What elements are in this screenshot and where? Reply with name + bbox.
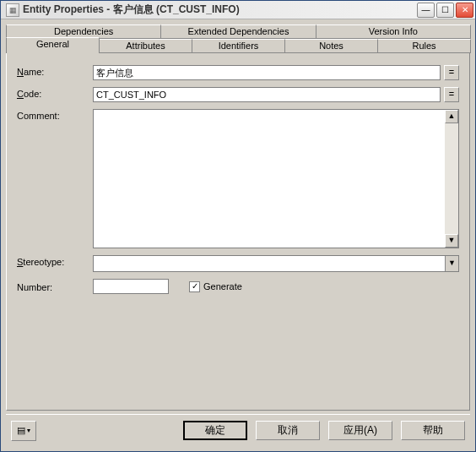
window-title: Entity Properties - 客户信息 (CT_CUST_INFO) <box>23 3 415 17</box>
close-button[interactable]: ✕ <box>456 3 473 18</box>
code-options-button[interactable]: = <box>444 87 459 102</box>
tab-extended-dependencies[interactable]: Extended Dependencies <box>160 25 316 39</box>
apply-button[interactable]: 应用(A) <box>328 421 392 440</box>
stereotype-combo[interactable]: ▼ <box>93 255 459 272</box>
name-options-button[interactable]: = <box>444 65 459 80</box>
scroll-up-icon[interactable]: ▲ <box>445 110 458 123</box>
name-label: Name: <box>17 65 93 77</box>
tab-identifiers[interactable]: Identifiers <box>192 39 285 53</box>
titlebar[interactable]: ▦ Entity Properties - 客户信息 (CT_CUST_INFO… <box>1 1 475 19</box>
chevron-down-icon: ▾ <box>27 427 30 434</box>
generate-checkbox[interactable]: ✓ <box>189 281 200 292</box>
ok-button[interactable]: 确定 <box>183 421 247 440</box>
row-number: Number: ✓ Generate <box>17 279 459 294</box>
stereotype-field[interactable] <box>94 256 445 271</box>
row-stereotype: Stereotype: ▼ <box>17 255 459 272</box>
scroll-down-icon[interactable]: ▼ <box>445 234 458 248</box>
tab-version-info[interactable]: Version Info <box>316 25 471 39</box>
general-panel: Name: = Code: = Comment: ▲ ▼ <box>6 53 470 411</box>
client-area: Dependencies Extended Dependencies Versi… <box>1 19 475 451</box>
maximize-button[interactable]: ☐ <box>436 3 454 18</box>
menu-button[interactable]: ▤ ▾ <box>11 421 36 441</box>
tab-row-front: General Attributes Identifiers Notes Rul… <box>6 39 470 53</box>
comment-field[interactable] <box>94 110 445 248</box>
generate-checkbox-wrap[interactable]: ✓ Generate <box>189 281 242 292</box>
dialog-button-bar: ▤ ▾ 确定 取消 应用(A) 帮助 <box>6 414 470 446</box>
help-button[interactable]: 帮助 <box>401 421 465 440</box>
comment-label: Comment: <box>17 109 93 121</box>
comment-scrollbar[interactable]: ▲ ▼ <box>445 110 458 248</box>
minimize-button[interactable]: — <box>417 3 435 18</box>
tab-notes[interactable]: Notes <box>284 39 378 53</box>
tab-rules[interactable]: Rules <box>377 39 471 53</box>
generate-label: Generate <box>203 281 242 291</box>
name-field[interactable] <box>93 65 441 80</box>
row-comment: Comment: ▲ ▼ <box>17 109 459 248</box>
tab-strip: Dependencies Extended Dependencies Versi… <box>6 25 470 53</box>
tab-general[interactable]: General <box>6 37 100 53</box>
row-name: Name: = <box>17 65 459 80</box>
cancel-button[interactable]: 取消 <box>256 421 320 440</box>
window-icon: ▦ <box>6 3 19 17</box>
code-field[interactable] <box>93 87 441 102</box>
tab-attributes[interactable]: Attributes <box>99 39 192 53</box>
stereotype-dropdown-icon[interactable]: ▼ <box>445 256 458 271</box>
entity-properties-window: ▦ Entity Properties - 客户信息 (CT_CUST_INFO… <box>0 0 476 452</box>
number-field[interactable] <box>93 279 169 294</box>
stereotype-label: Stereotype: <box>17 255 93 267</box>
row-code: Code: = <box>17 87 459 102</box>
code-label: Code: <box>17 87 93 99</box>
list-icon: ▤ <box>17 425 25 436</box>
number-label: Number: <box>17 280 93 292</box>
comment-field-wrap: ▲ ▼ <box>93 109 459 248</box>
